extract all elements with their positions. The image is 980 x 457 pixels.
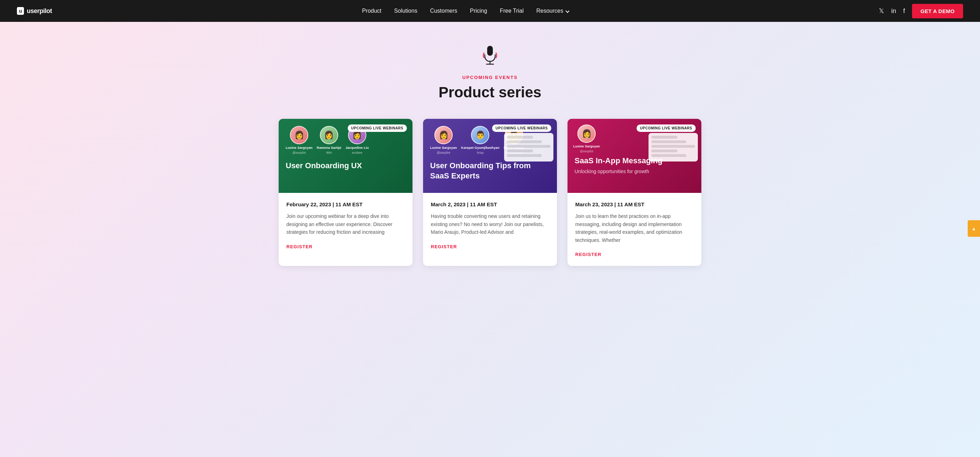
webinar-card-3: UPCOMING LIVE WEBINARS 👩 Lusine Sargsyan… xyxy=(568,119,702,266)
get-demo-button[interactable]: GET A DEMO xyxy=(912,4,963,18)
nav-item-free-trial[interactable]: Free Trial xyxy=(500,8,524,14)
card-1-thumbnail: UPCOMING LIVE WEBINARS 👩 Lusine Sargsyan… xyxy=(278,119,412,193)
card-2-description: Having trouble converting new users and … xyxy=(431,212,549,236)
speaker-lusine: 👩 Lusine Sargsyan @serpilot xyxy=(286,126,312,155)
chevron-down-icon xyxy=(565,9,569,13)
svg-rect-0 xyxy=(487,46,493,56)
side-floating-tab[interactable]: ▲ xyxy=(968,221,980,237)
facebook-icon[interactable]: f xyxy=(903,7,905,15)
card-2-title-area: User Onboarding Tips from SaaS Experts xyxy=(423,161,557,188)
ui-mock-2 xyxy=(504,133,554,161)
logo-text: userpilot xyxy=(27,7,52,15)
nav-item-solutions[interactable]: Solutions xyxy=(394,8,417,14)
twitter-icon[interactable]: 𝕏 xyxy=(879,7,884,15)
card-3-thumbnail: UPCOMING LIVE WEBINARS 👩 Lusine Sargsyan… xyxy=(568,119,702,193)
webinar-card-1: UPCOMING LIVE WEBINARS 👩 Lusine Sargsyan… xyxy=(278,119,412,266)
card-2-thumb-title: User Onboarding Tips from SaaS Experts xyxy=(430,161,550,181)
speaker-ramona: 👩 Ramona Sartipi IBM xyxy=(317,126,341,155)
speaker-2-avatar: 👩 xyxy=(320,126,338,144)
webinar-cards-grid: UPCOMING LIVE WEBINARS 👩 Lusine Sargsyan… xyxy=(278,119,702,266)
nav-item-customers[interactable]: Customers xyxy=(430,8,457,14)
nav-links: Product Solutions Customers Pricing Free… xyxy=(362,8,569,14)
card-3-body: March 23, 2023 | 11 AM EST Join us to le… xyxy=(568,193,702,266)
speaker-lusine-3: 👩 Lusine Sargsyan @serpilot xyxy=(573,125,600,153)
nav-right: 𝕏 in f GET A DEMO xyxy=(879,4,963,18)
card-1-badge: UPCOMING LIVE WEBINARS xyxy=(348,125,407,132)
microphone-icon xyxy=(478,43,502,68)
card-3-description: Join us to learn the best practices on i… xyxy=(575,212,694,244)
speaker-lusine-2: 👩 Lusine Sargsyan @serpilot xyxy=(430,126,457,155)
upcoming-events-label: UPCOMING EVENTS xyxy=(14,75,966,80)
ui-mock-3 xyxy=(649,133,698,161)
speaker-1-avatar: 👩 xyxy=(290,126,308,144)
card-3-badge: UPCOMING LIVE WEBINARS xyxy=(636,125,696,132)
social-links: 𝕏 in f xyxy=(879,7,905,15)
hero-section: UPCOMING EVENTS Product series xyxy=(14,43,966,101)
card-2-register-link[interactable]: REGISTER xyxy=(431,244,457,249)
card-1-description: Join our upcoming webinar for a deep div… xyxy=(286,212,405,236)
card-1-date: February 22, 2023 | 11 AM EST xyxy=(286,201,405,207)
logo-box: u xyxy=(17,7,24,15)
card-1-title-area: User Onboarding UX xyxy=(278,161,412,178)
card-1-register-link[interactable]: REGISTER xyxy=(286,244,312,249)
webinar-card-2: UPCOMING LIVE WEBINARS 👩 Lusine Sargsyan… xyxy=(423,119,557,266)
card-2-body: March 2, 2023 | 11 AM EST Having trouble… xyxy=(423,193,557,258)
linkedin-icon[interactable]: in xyxy=(891,7,896,15)
card-2-badge: UPCOMING LIVE WEBINARS xyxy=(492,125,551,132)
card-3-register-link[interactable]: REGISTER xyxy=(575,252,601,257)
speaker-2-1-avatar: 👩 xyxy=(434,126,453,144)
card-2-date: March 2, 2023 | 11 AM EST xyxy=(431,201,549,207)
page-background: UPCOMING EVENTS Product series UPCOMING … xyxy=(0,22,980,457)
card-3-thumb-subtitle: Unlocking opportunities for growth xyxy=(574,168,694,175)
speaker-2-2-avatar: 👨 xyxy=(471,126,489,144)
navbar: u userpilot Product Solutions Customers … xyxy=(0,0,980,22)
card-1-body: February 22, 2023 | 11 AM EST Join our u… xyxy=(278,193,412,258)
card-2-thumbnail: UPCOMING LIVE WEBINARS 👩 Lusine Sargsyan… xyxy=(423,119,557,193)
nav-item-pricing[interactable]: Pricing xyxy=(470,8,487,14)
nav-item-resources[interactable]: Resources xyxy=(536,8,568,14)
hero-title: Product series xyxy=(14,83,966,101)
logo[interactable]: u userpilot xyxy=(17,7,52,15)
card-3-date: March 23, 2023 | 11 AM EST xyxy=(575,201,694,207)
card-1-thumb-title: User Onboarding UX xyxy=(286,161,406,171)
speaker-3-1-avatar: 👩 xyxy=(578,125,596,143)
nav-item-product[interactable]: Product xyxy=(362,8,382,14)
